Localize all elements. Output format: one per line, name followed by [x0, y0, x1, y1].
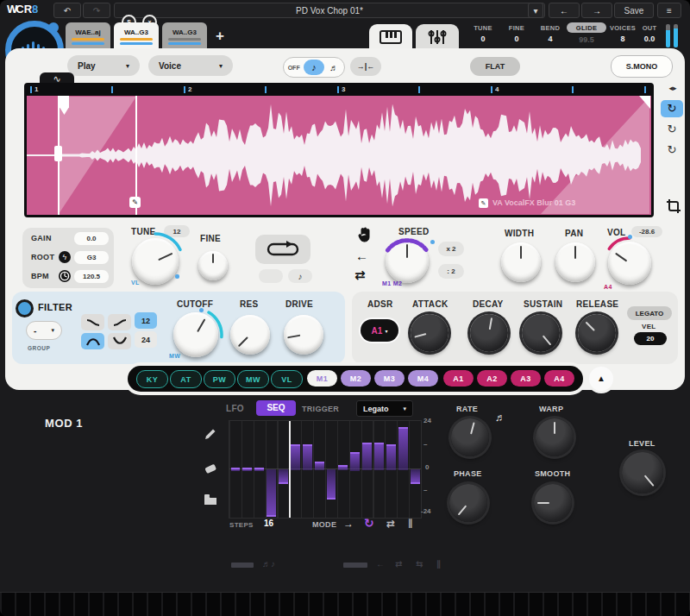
modsource-m2[interactable]: M2: [341, 370, 371, 387]
tab-keyboard-view[interactable]: [369, 24, 412, 50]
tab-seq-active[interactable]: SEQ: [256, 400, 296, 416]
seq-step-bar[interactable]: [315, 462, 324, 471]
mode-pause-button[interactable]: ∥: [408, 518, 413, 529]
filter-slope-12-active[interactable]: 12: [135, 312, 157, 329]
seq-step-bar[interactable]: [398, 427, 408, 471]
phase-knob[interactable]: [449, 484, 487, 522]
modsource-a3[interactable]: A3: [511, 370, 541, 387]
sync-triplet-button[interactable]: ♬: [324, 63, 344, 72]
seq-step-bar[interactable]: [338, 465, 348, 470]
filter-group-dropdown[interactable]: -▾: [26, 321, 62, 340]
sync-off-button[interactable]: OFF: [284, 65, 304, 71]
seq-step-bar[interactable]: [254, 468, 264, 471]
vel-value[interactable]: 20: [634, 332, 667, 345]
mode-loop-button-active[interactable]: ↻: [364, 516, 374, 530]
loop-opt-button[interactable]: [259, 269, 283, 283]
root-detect-icon[interactable]: ϟ: [59, 251, 71, 263]
seq-step-bar[interactable]: [374, 443, 384, 471]
save-button[interactable]: Save: [614, 3, 654, 18]
undo-button[interactable]: ↶: [53, 3, 81, 18]
voice-mode-dropdown[interactable]: Voice▾: [148, 55, 233, 76]
legato-button[interactable]: LEGATO: [627, 306, 672, 320]
filter-type-bandpass-active[interactable]: [81, 333, 104, 349]
smono-button[interactable]: S.MONO: [611, 55, 673, 78]
modsource-a1[interactable]: A1: [443, 370, 474, 387]
mode-pingpong-button[interactable]: ⇄: [386, 518, 395, 530]
filter-type-highpass[interactable]: [108, 314, 131, 330]
modsource-pw[interactable]: PW: [204, 370, 235, 388]
seq-step-bar[interactable]: [279, 469, 288, 484]
preset-title-field[interactable]: PD Vox Chop 01*: [114, 3, 545, 18]
tab-mixer-view[interactable]: [416, 24, 459, 50]
pan-knob[interactable]: [555, 242, 595, 282]
slice-marker-handle[interactable]: ✎: [129, 197, 141, 208]
seq-preset-tool[interactable]: [204, 493, 217, 506]
seq-step-bar[interactable]: [303, 444, 312, 471]
filter-type-notch[interactable]: [108, 333, 131, 349]
modsource-at[interactable]: AT: [170, 370, 202, 388]
seq-step-bar[interactable]: [267, 469, 276, 517]
root-value[interactable]: G3: [74, 251, 109, 264]
res-knob[interactable]: [230, 315, 270, 355]
speed-div2-button[interactable]: : 2: [438, 264, 464, 279]
global-glide[interactable]: GLIDE 99.5: [567, 22, 606, 44]
seq-eraser-tool[interactable]: [204, 461, 217, 475]
play-mode-dropdown[interactable]: Play▾: [67, 55, 140, 76]
tab-lfo[interactable]: LFO: [226, 404, 244, 413]
decay-knob[interactable]: [470, 314, 508, 352]
sample-tab-3[interactable]: WA..G3: [162, 22, 207, 50]
filter-type-lowpass[interactable]: [81, 314, 104, 330]
modsource-m1-selected[interactable]: M1: [307, 370, 337, 387]
width-knob[interactable]: [501, 242, 541, 282]
pingpong-button[interactable]: ⇄: [354, 267, 366, 283]
adsr-slot-dropdown[interactable]: A1 ▾: [361, 319, 398, 342]
loop-playback-button[interactable]: [255, 235, 310, 264]
loop-mode-button-2[interactable]: ↻: [661, 121, 683, 138]
collapse-panel-button[interactable]: ▲: [589, 367, 613, 391]
wave-split-button[interactable]: ◂▸: [662, 84, 683, 97]
modsource-m3[interactable]: M3: [374, 370, 405, 387]
global-fine[interactable]: FINE 0: [499, 24, 534, 43]
seq-step-bar[interactable]: [411, 469, 420, 484]
bpm-detect-icon[interactable]: [59, 270, 71, 282]
sample-tab-1[interactable]: WAE..aj: [66, 22, 110, 50]
fine-knob[interactable]: [198, 251, 228, 280]
seq-step-bar[interactable]: [350, 452, 360, 471]
add-sample-button[interactable]: +: [216, 28, 224, 45]
flat-button[interactable]: FLAT: [470, 57, 520, 76]
modsource-a4[interactable]: A4: [544, 370, 574, 387]
modsource-ky[interactable]: KY: [136, 370, 168, 388]
modsource-vl[interactable]: VL: [271, 370, 303, 388]
crop-button[interactable]: [666, 198, 681, 214]
sync-note-button-active[interactable]: ♪: [304, 60, 323, 75]
seq-step-bar[interactable]: [386, 444, 396, 471]
seq-step-bar[interactable]: [327, 469, 336, 500]
modsource-m4[interactable]: M4: [408, 370, 438, 387]
loop-note-button[interactable]: ♪: [288, 269, 312, 283]
hand-drag-tool[interactable]: [357, 227, 371, 242]
gain-value[interactable]: 0.0: [74, 232, 109, 245]
drive-knob[interactable]: [284, 315, 323, 355]
mode-forward-button[interactable]: →: [343, 518, 354, 530]
snap-button[interactable]: →|←: [350, 57, 381, 76]
global-tune[interactable]: TUNE 0: [466, 24, 500, 43]
filter-slope-24[interactable]: 24: [135, 331, 157, 348]
warp-knob[interactable]: [536, 418, 574, 456]
attack-knob[interactable]: [411, 314, 448, 352]
menu-button[interactable]: ≡: [657, 3, 681, 18]
sample-name-badge[interactable]: ✎: [479, 198, 488, 208]
steps-value[interactable]: 16: [264, 519, 273, 528]
loop-mode-button-3[interactable]: ↻: [661, 141, 683, 159]
prev-preset-button[interactable]: ←: [549, 3, 580, 18]
speed-x2-button[interactable]: x 2: [438, 242, 464, 256]
seq-step-bar[interactable]: [242, 468, 252, 471]
seq-pencil-tool[interactable]: [204, 427, 217, 441]
filter-enable-toggle[interactable]: [16, 299, 34, 317]
seq-step-bar[interactable]: [362, 443, 372, 471]
preset-dropdown-button[interactable]: ▾: [528, 3, 543, 18]
waveform-display[interactable]: ✎ ✎ VA VocalFX Blur 01 G3: [27, 96, 651, 215]
rate-sync-icon[interactable]: ♬: [495, 412, 505, 424]
sustain-knob[interactable]: [522, 314, 560, 352]
next-preset-button[interactable]: →: [581, 3, 612, 18]
step-sequencer-grid[interactable]: [229, 420, 422, 519]
